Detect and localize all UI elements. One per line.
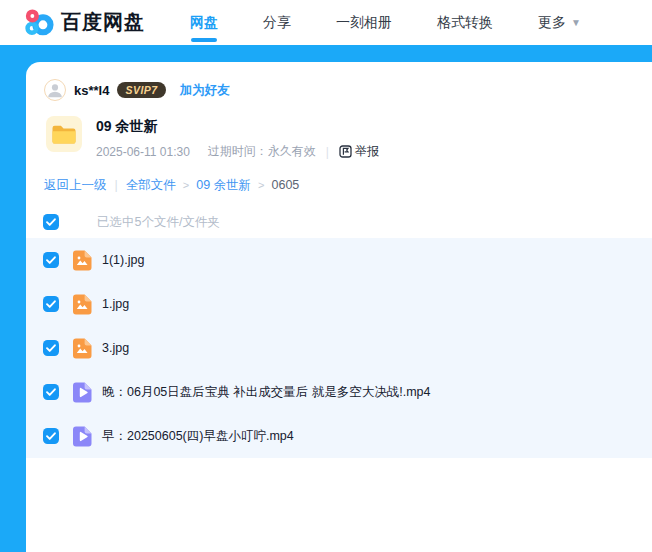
nav-tab-分享[interactable]: 分享 [263,14,291,32]
chevron-down-icon: ▼ [571,17,581,28]
file-row[interactable]: 3.jpg [26,326,652,370]
report-button[interactable]: 举报 [339,143,379,160]
file-name[interactable]: 1(1).jpg [102,253,144,267]
file-name[interactable]: 1.jpg [102,297,129,311]
user-icon [45,79,65,101]
share-owner-row: ks**l4 SVIP7 加为好友 [44,79,652,101]
baidu-netdisk-logo[interactable]: 百度网盘 [24,8,145,38]
video-file-icon [71,425,93,447]
file-name[interactable]: 3.jpg [102,341,129,355]
file-name[interactable]: 晚：06月05日盘后宝典 补出成交量后 就是多空大决战!.mp4 [102,384,431,401]
breadcrumb-pipe: | [115,178,118,192]
folder-meta: 2025-06-11 01:30 过期时间：永久有效 | 举报 [96,143,379,160]
selection-summary: 已选中5个文件/文件夹 [97,214,220,231]
breadcrumb-separator: > [183,179,189,191]
owner-username: ks**l4 [74,83,109,98]
file-checkbox[interactable] [43,428,59,444]
select-all-checkbox[interactable] [43,214,59,230]
nav-tab-一刻相册[interactable]: 一刻相册 [336,14,392,32]
shared-folder-header: 09 余世新 2025-06-11 01:30 过期时间：永久有效 | 举报 [46,116,652,160]
breadcrumb-item[interactable]: 09 余世新 [196,177,251,194]
report-flag-icon [339,145,352,158]
avatar [44,79,66,101]
folder-name: 09 余世新 [96,118,379,136]
nav-tab-网盘[interactable]: 网盘 [190,14,218,32]
share-content-card: ks**l4 SVIP7 加为好友 09 余世新 2025-06-11 01:3… [26,62,652,552]
cloud-logo-icon [24,8,54,38]
image-file-icon [71,249,93,271]
top-navigation-bar: 百度网盘 网盘 分享 一刻相册 格式转换 更多▼ [0,0,652,45]
video-file-icon [71,381,93,403]
image-file-icon [71,337,93,359]
breadcrumb-back-link[interactable]: 返回上一级 [44,177,107,194]
folder-info: 09 余世新 2025-06-11 01:30 过期时间：永久有效 | 举报 [96,116,379,160]
breadcrumb: 返回上一级|全部文件>09 余世新>0605 [44,177,652,193]
file-name[interactable]: 早：20250605(四)早盘小叮咛.mp4 [102,428,294,445]
nav-tab-格式转换[interactable]: 格式转换 [437,14,493,32]
file-row[interactable]: 1.jpg [26,282,652,326]
breadcrumb-item[interactable]: 全部文件 [126,177,176,194]
logo-text: 百度网盘 [61,9,145,36]
file-list: 1(1).jpg 1.jpg [26,238,652,458]
file-row[interactable]: 1(1).jpg [26,238,652,282]
folder-icon [46,116,82,152]
breadcrumb-item: 0605 [272,178,300,192]
file-row[interactable]: 早：20250605(四)早盘小叮咛.mp4 [26,414,652,458]
breadcrumb-separator: > [258,179,264,191]
expire-time: 过期时间：永久有效 [208,143,316,160]
svip-badge: SVIP7 [117,82,165,98]
main-nav: 网盘 分享 一刻相册 格式转换 更多▼ [190,14,581,32]
nav-tab-更多[interactable]: 更多▼ [538,14,581,32]
add-friend-link[interactable]: 加为好友 [180,82,230,99]
share-date: 2025-06-11 01:30 [96,145,190,159]
file-checkbox[interactable] [43,252,59,268]
file-checkbox[interactable] [43,296,59,312]
image-file-icon [71,293,93,315]
file-row[interactable]: 晚：06月05日盘后宝典 补出成交量后 就是多空大决战!.mp4 [26,370,652,414]
file-checkbox[interactable] [43,340,59,356]
selection-header: 已选中5个文件/文件夹 [26,206,652,238]
file-checkbox[interactable] [43,384,59,400]
